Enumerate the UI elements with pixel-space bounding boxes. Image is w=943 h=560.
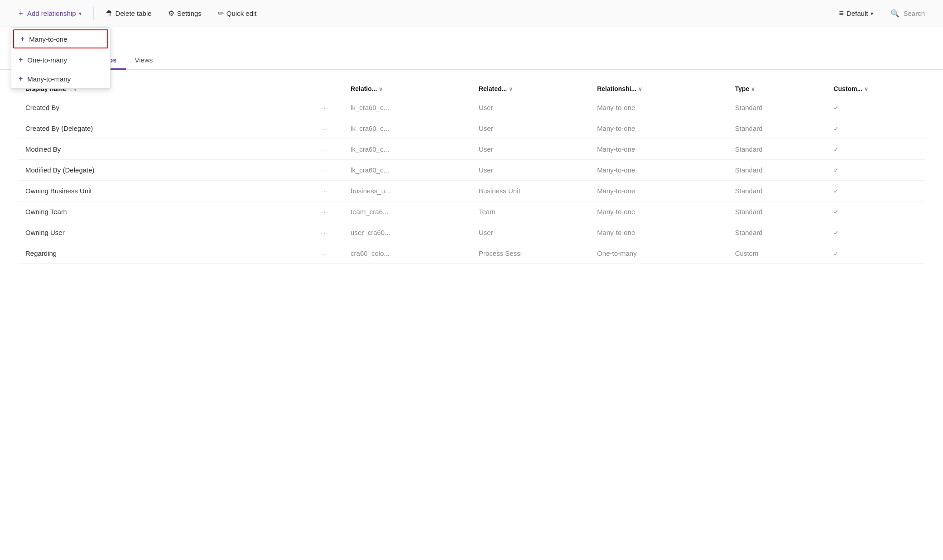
cell-related: Business Unit — [472, 181, 590, 201]
cell-custom: ✓ — [826, 97, 925, 118]
cell-custom: ✓ — [826, 201, 925, 222]
cell-type: Standard — [728, 139, 827, 160]
add-relationship-button[interactable]: ＋ Add relationship ▾ — [11, 5, 88, 22]
relationship-dropdown: + Many-to-one + One-to-many + Many-to-ma… — [11, 27, 111, 89]
cell-dots[interactable]: ··· — [314, 181, 343, 201]
table-row: Owning Business Unit ··· business_u... B… — [18, 181, 925, 201]
toolbar: ＋ Add relationship ▾ 🗑 Delete table ⚙ Se… — [0, 0, 943, 27]
cell-relationship: Many-to-one — [590, 181, 728, 201]
checkmark-icon: ✓ — [833, 167, 839, 174]
cell-relationship: Many-to-one — [590, 97, 728, 118]
cell-relationship: Many-to-one — [590, 160, 728, 181]
cell-dots[interactable]: ··· — [314, 201, 343, 222]
cell-relatio: lk_cra60_c... — [343, 97, 472, 118]
cell-name: Owning Team — [18, 201, 314, 222]
cell-relationship: Many-to-one — [590, 139, 728, 160]
cell-relatio: team_cra6... — [343, 201, 472, 222]
table-row: Owning Team ··· team_cra6... Team Many-t… — [18, 201, 925, 222]
one-to-many-label: One-to-many — [27, 56, 67, 64]
cell-related: User — [472, 118, 590, 139]
cell-name: Modified By — [18, 139, 314, 160]
many-to-many-option[interactable]: + Many-to-many — [11, 69, 110, 88]
chevron-down-icon: ▾ — [871, 10, 873, 17]
settings-button[interactable]: ⚙ Settings — [162, 5, 208, 21]
col-header-relationshi[interactable]: Relationshi... ∨ — [590, 81, 728, 97]
cell-name: Regarding — [18, 243, 314, 264]
cell-type: Standard — [728, 97, 827, 118]
many-to-one-option[interactable]: + Many-to-one — [13, 29, 108, 48]
cell-custom: ✓ — [826, 181, 925, 201]
separator-1 — [93, 7, 94, 20]
cell-type: Standard — [728, 181, 827, 201]
checkmark-icon: ✓ — [833, 125, 839, 132]
cell-type: Standard — [728, 222, 827, 243]
checkmark-icon: ✓ — [833, 250, 839, 257]
plus-icon-many-to-many: + — [19, 75, 23, 83]
cell-name: Created By — [18, 97, 314, 118]
cell-dots[interactable]: ··· — [314, 243, 343, 264]
gear-icon: ⚙ — [168, 9, 174, 18]
cell-dots[interactable]: ··· — [314, 160, 343, 181]
table-row: Modified By (Delegate) ··· lk_cra60_c...… — [18, 160, 925, 181]
search-button[interactable]: 🔍 Search — [883, 5, 932, 21]
tab-views[interactable]: Views — [126, 52, 162, 70]
chevron-related: ∨ — [509, 86, 513, 92]
relationships-table: Display name ↑ ∨ Relatio... ∨ Related...… — [18, 81, 925, 264]
cell-related: Process Sessi — [472, 243, 590, 264]
checkmark-icon: ✓ — [833, 146, 839, 153]
col-header-type[interactable]: Type ∨ — [728, 81, 827, 97]
cell-custom: ✓ — [826, 139, 925, 160]
quick-edit-button[interactable]: ✏ Quick edit — [212, 5, 263, 21]
cell-type: Standard — [728, 201, 827, 222]
plus-icon-one-to-many: + — [19, 56, 23, 64]
lines-icon: ≡ — [839, 9, 844, 18]
cell-custom: ✓ — [826, 160, 925, 181]
cell-relatio: business_u... — [343, 181, 472, 201]
cell-type: Standard — [728, 160, 827, 181]
plus-icon: ＋ — [17, 9, 24, 18]
cell-relationship: Many-to-one — [590, 222, 728, 243]
cell-relatio: cra60_colo... — [343, 243, 472, 264]
cell-dots[interactable]: ··· — [314, 139, 343, 160]
table-header-row: Display name ↑ ∨ Relatio... ∨ Related...… — [18, 81, 925, 97]
add-relationship-label: Add relationship — [27, 10, 76, 17]
many-to-many-label: Many-to-many — [27, 75, 71, 83]
cell-relatio: lk_cra60_c... — [343, 139, 472, 160]
pencil-icon: ✏ — [218, 9, 224, 18]
breadcrumb: Tables › Color — [0, 27, 943, 46]
many-to-one-label: Many-to-one — [29, 35, 67, 43]
cell-dots[interactable]: ··· — [314, 222, 343, 243]
table-area: Display name ↑ ∨ Relatio... ∨ Related...… — [0, 70, 943, 275]
chevron-relationshi: ∨ — [638, 86, 642, 92]
plus-icon-many-to-one: + — [20, 35, 24, 43]
dropdown-arrow-icon: ▾ — [79, 10, 82, 17]
cell-dots[interactable]: ··· — [314, 97, 343, 118]
cell-type: Standard — [728, 118, 827, 139]
toolbar-right: ≡ Default ▾ 🔍 Search — [832, 5, 932, 22]
tabs: Columns Relationships Views — [0, 46, 943, 70]
cell-name: Owning User — [18, 222, 314, 243]
col-header-custom[interactable]: Custom... ∨ — [826, 81, 925, 97]
table-row: Modified By ··· lk_cra60_c... User Many-… — [18, 139, 925, 160]
cell-custom: ✓ — [826, 118, 925, 139]
checkmark-icon: ✓ — [833, 229, 839, 236]
cell-dots[interactable]: ··· — [314, 118, 343, 139]
table-row: Created By (Delegate) ··· lk_cra60_c... … — [18, 118, 925, 139]
cell-related: User — [472, 139, 590, 160]
quick-edit-label: Quick edit — [226, 10, 257, 17]
chevron-type: ∨ — [751, 86, 755, 92]
cell-custom: ✓ — [826, 222, 925, 243]
delete-table-button[interactable]: 🗑 Delete table — [99, 6, 158, 21]
cell-relatio: lk_cra60_c... — [343, 160, 472, 181]
col-header-relatio[interactable]: Relatio... ∨ — [343, 81, 472, 97]
table-row: Created By ··· lk_cra60_c... User Many-t… — [18, 97, 925, 118]
cell-relationship: Many-to-one — [590, 201, 728, 222]
cell-related: User — [472, 160, 590, 181]
default-view-button[interactable]: ≡ Default ▾ — [832, 5, 880, 22]
one-to-many-option[interactable]: + One-to-many — [11, 50, 110, 69]
cell-name: Modified By (Delegate) — [18, 160, 314, 181]
table-row: Regarding ··· cra60_colo... Process Sess… — [18, 243, 925, 264]
col-header-related[interactable]: Related... ∨ — [472, 81, 590, 97]
settings-label: Settings — [177, 10, 202, 17]
cell-custom: ✓ — [826, 243, 925, 264]
